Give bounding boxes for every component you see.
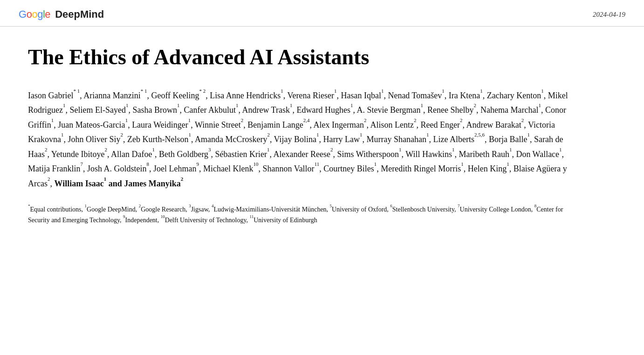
affiliations: *Equal contributions, 1Google DeepMind, … xyxy=(28,204,578,225)
page-header: Google DeepMind 2024-04-19 xyxy=(0,0,644,27)
publication-date: 2024-04-19 xyxy=(593,11,625,19)
deepmind-wordmark: DeepMind xyxy=(52,8,104,20)
paper-title: The Ethics of Advanced AI Assistants xyxy=(28,45,578,70)
logo: Google DeepMind xyxy=(19,8,104,20)
google-wordmark: Google xyxy=(19,8,50,20)
authors-list: Iason Gabriel* 1, Arianna Manzini* 1, Ge… xyxy=(28,89,578,191)
paper-content: The Ethics of Advanced AI Assistants Ias… xyxy=(0,27,606,245)
